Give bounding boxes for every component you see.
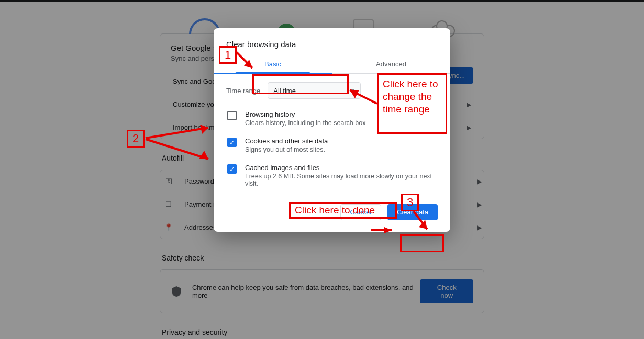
checkbox-browsing-history[interactable] bbox=[227, 111, 237, 120]
option-sub: Clears history, including in the search … bbox=[245, 119, 365, 127]
checkbox-cache[interactable] bbox=[227, 164, 237, 174]
dialog-title: Clear browsing data bbox=[214, 28, 450, 55]
option-cache[interactable]: Cached images and files Frees up 2.6 MB.… bbox=[226, 159, 438, 193]
option-title: Cached images and files bbox=[245, 164, 437, 172]
option-cookies[interactable]: Cookies and other site data Signs you ou… bbox=[226, 132, 438, 159]
chevron-down-icon: ▼ bbox=[350, 88, 355, 94]
tab-basic[interactable]: Basic bbox=[214, 55, 332, 73]
time-range-label: Time range bbox=[226, 87, 260, 95]
tab-advanced[interactable]: Advanced bbox=[332, 55, 450, 73]
option-title: Browsing history bbox=[245, 110, 365, 118]
option-browsing-history[interactable]: Browsing history Clears history, includi… bbox=[226, 105, 438, 132]
time-range-select[interactable]: All time ▼ bbox=[268, 82, 361, 99]
clear-data-button[interactable]: Clear data bbox=[387, 204, 438, 220]
clear-browsing-data-dialog: Clear browsing data Basic Advanced Time … bbox=[214, 28, 450, 232]
cancel-button[interactable]: Cancel bbox=[340, 204, 381, 220]
dialog-tabs: Basic Advanced bbox=[214, 55, 450, 74]
option-sub: Signs you out of most sites. bbox=[245, 146, 328, 153]
time-range-value: All time bbox=[273, 87, 296, 95]
option-title: Cookies and other site data bbox=[245, 137, 328, 145]
checkbox-cookies[interactable] bbox=[227, 138, 237, 147]
option-sub: Frees up 2.6 MB. Some sites may load mor… bbox=[245, 173, 437, 187]
